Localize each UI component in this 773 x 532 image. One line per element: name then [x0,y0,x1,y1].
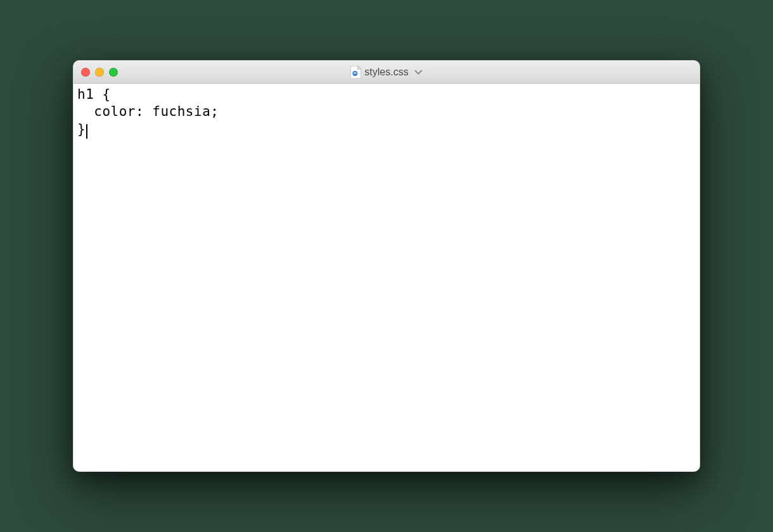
code-line-1: h1 { [77,87,111,102]
app-window: styles.css h1 { color: fuchsia; } [73,60,700,472]
svg-point-0 [352,71,357,76]
traffic-lights [81,68,118,77]
text-cursor [86,124,87,139]
minimize-button[interactable] [95,68,104,77]
code-line-3: } [77,122,86,137]
close-button[interactable] [81,68,90,77]
zoom-button[interactable] [109,68,118,77]
window-title-group[interactable]: styles.css [350,66,422,79]
text-editor[interactable]: h1 { color: fuchsia; } [73,84,700,471]
window-title: styles.css [364,66,408,78]
css-file-icon [350,66,361,79]
code-line-2: color: fuchsia; [77,104,219,119]
titlebar[interactable]: styles.css [73,61,700,84]
chevron-down-icon[interactable] [415,70,423,75]
